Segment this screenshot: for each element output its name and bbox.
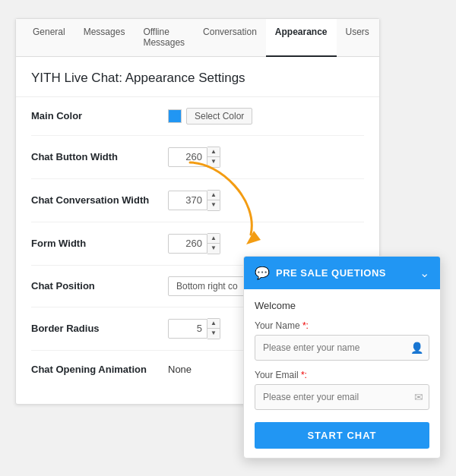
email-input-wrap: ✉ bbox=[255, 384, 429, 410]
form-width-input-wrap: ▲ ▼ bbox=[168, 233, 220, 254]
tab-offline-messages[interactable]: Offline Messages bbox=[134, 19, 194, 57]
email-input[interactable] bbox=[255, 384, 429, 410]
chat-opening-animation-control: None bbox=[168, 364, 192, 375]
name-required-marker: *: bbox=[302, 320, 309, 331]
chat-conversation-width-up[interactable]: ▲ bbox=[207, 191, 220, 200]
tab-conversation[interactable]: Conversation bbox=[194, 19, 266, 57]
border-radius-up[interactable]: ▲ bbox=[207, 319, 220, 329]
chat-conversation-width-input[interactable] bbox=[168, 191, 207, 210]
chat-body: Welcome Your Name *: 👤 Your Email *: ✉ S… bbox=[244, 289, 440, 458]
outer-wrapper: General Messages Offline Messages Conver… bbox=[15, 18, 441, 459]
chat-button-width-input-wrap: ▲ ▼ bbox=[168, 147, 220, 168]
chat-button-width-control: ▲ ▼ bbox=[168, 147, 220, 168]
chat-button-width-row: Chat Button Width ▲ ▼ bbox=[31, 136, 364, 179]
chat-button-width-up[interactable]: ▲ bbox=[207, 147, 220, 157]
main-color-control: Select Color bbox=[168, 108, 252, 125]
form-width-down[interactable]: ▼ bbox=[207, 244, 220, 254]
chat-bubble-icon: 💬 bbox=[255, 266, 270, 280]
chat-button-width-down[interactable]: ▼ bbox=[207, 157, 220, 167]
form-width-spinners: ▲ ▼ bbox=[207, 233, 220, 254]
select-color-button[interactable]: Select Color bbox=[186, 108, 252, 125]
chat-widget-preview: 💬 PRE SALE QUETIONS ⌄ Welcome Your Name … bbox=[243, 256, 441, 459]
main-color-label: Main Color bbox=[31, 110, 168, 121]
tab-users[interactable]: Users bbox=[337, 19, 378, 57]
tab-messages[interactable]: Messages bbox=[74, 19, 135, 57]
chat-header-left: 💬 PRE SALE QUETIONS bbox=[255, 266, 386, 280]
chat-button-width-input[interactable] bbox=[168, 147, 207, 167]
form-width-input[interactable] bbox=[168, 234, 207, 254]
page-title: YITH Live Chat: Appearance Settings bbox=[16, 57, 379, 97]
chat-button-width-spinners: ▲ ▼ bbox=[207, 147, 220, 168]
border-radius-label: Border Radius bbox=[31, 323, 168, 334]
border-radius-down[interactable]: ▼ bbox=[207, 329, 220, 339]
person-icon: 👤 bbox=[410, 342, 423, 354]
form-width-label: Form Width bbox=[31, 238, 168, 249]
select-color-label: Select Color bbox=[195, 111, 244, 121]
chat-header: 💬 PRE SALE QUETIONS ⌄ bbox=[244, 257, 440, 289]
chat-conversation-width-down[interactable]: ▼ bbox=[207, 200, 220, 210]
tab-appearance[interactable]: Appearance bbox=[266, 19, 337, 57]
form-width-control: ▲ ▼ bbox=[168, 233, 220, 254]
form-width-up[interactable]: ▲ bbox=[207, 234, 220, 244]
border-radius-control: ▲ ▼ bbox=[168, 318, 220, 339]
chat-position-label: Chat Position bbox=[31, 280, 168, 292]
chat-widget-title: PRE SALE QUETIONS bbox=[276, 267, 386, 279]
tabs-bar: General Messages Offline Messages Conver… bbox=[16, 19, 379, 57]
chat-conversation-width-input-wrap: ▲ ▼ bbox=[168, 190, 220, 211]
border-radius-input-wrap: ▲ ▼ bbox=[168, 318, 220, 339]
chevron-down-icon[interactable]: ⌄ bbox=[420, 266, 429, 280]
chat-conversation-width-row: Chat Conversation Width ▲ ▼ bbox=[31, 179, 364, 222]
chat-conversation-width-label: Chat Conversation Width bbox=[31, 194, 168, 206]
start-chat-button[interactable]: START CHAT bbox=[255, 422, 429, 449]
email-required-marker: *: bbox=[301, 370, 307, 380]
chat-button-width-label: Chat Button Width bbox=[31, 151, 168, 162]
chat-opening-animation-label: Chat Opening Animation bbox=[31, 364, 168, 375]
border-radius-spinners: ▲ ▼ bbox=[207, 318, 220, 339]
name-input-wrap: 👤 bbox=[255, 335, 429, 361]
name-field-label: Your Name *: bbox=[255, 320, 429, 331]
email-icon: ✉ bbox=[414, 391, 423, 403]
border-radius-input[interactable] bbox=[168, 319, 207, 339]
main-color-row: Main Color Select Color bbox=[31, 97, 364, 136]
tab-general[interactable]: General bbox=[24, 19, 74, 57]
chat-conversation-width-spinners: ▲ ▼ bbox=[207, 190, 220, 211]
chat-conversation-width-control: ▲ ▼ bbox=[168, 190, 220, 211]
chat-opening-animation-value: None bbox=[168, 364, 192, 375]
color-swatch bbox=[168, 109, 182, 123]
email-field-label: Your Email *: bbox=[255, 370, 429, 380]
chat-welcome-text: Welcome bbox=[255, 300, 429, 311]
name-input[interactable] bbox=[255, 335, 429, 361]
